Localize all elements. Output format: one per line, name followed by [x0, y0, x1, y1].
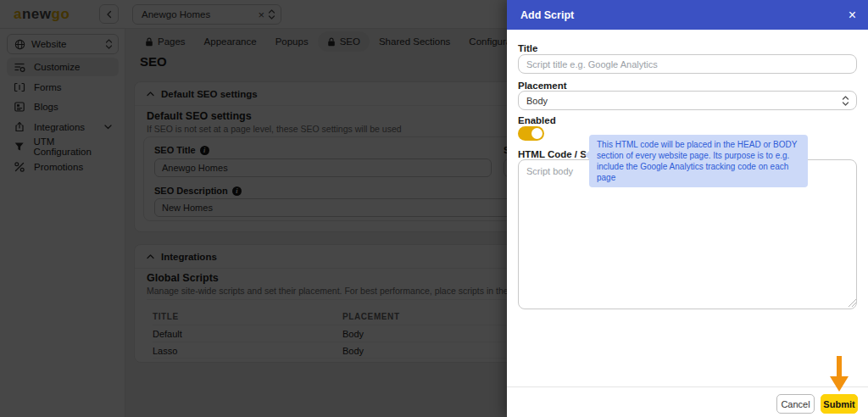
close-icon[interactable]: ×: [849, 8, 856, 22]
cancel-button[interactable]: Cancel: [776, 394, 815, 414]
annotation-arrow-icon: [828, 356, 850, 393]
modal-header: Add Script ×: [507, 0, 868, 30]
screen: anewgo Anewgo Homes × Website Customize …: [0, 0, 868, 417]
submit-button[interactable]: Submit: [821, 394, 858, 414]
placement-label: Placement: [518, 81, 567, 91]
enabled-toggle[interactable]: [518, 126, 544, 141]
enabled-label: Enabled: [518, 115, 556, 125]
modal-title: Add Script: [520, 9, 849, 21]
divider: [507, 386, 868, 387]
toggle-knob: [531, 128, 542, 139]
html-code-tooltip: This HTML code will be placed in the HEA…: [589, 135, 808, 187]
placement-select[interactable]: Body: [518, 91, 857, 110]
script-title-input[interactable]: [518, 54, 857, 74]
add-script-modal: Add Script × Title Placement Body Enable…: [507, 0, 868, 417]
title-label: Title: [518, 43, 537, 53]
unfold-icon: [842, 96, 849, 106]
placement-value: Body: [526, 96, 842, 106]
